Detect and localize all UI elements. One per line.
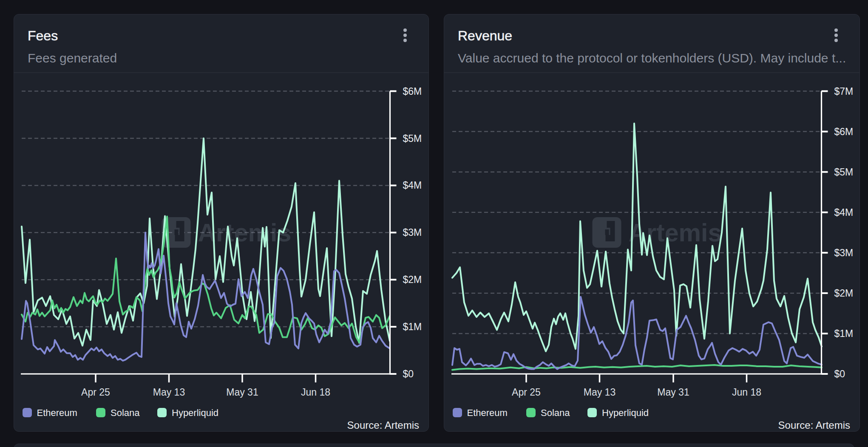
svg-text:$5M: $5M: [834, 167, 854, 178]
svg-text:$6M: $6M: [834, 126, 854, 137]
svg-text:May 13: May 13: [153, 387, 185, 398]
svg-text:$3M: $3M: [403, 227, 422, 238]
svg-text:$3M: $3M: [834, 247, 854, 258]
svg-text:Artemis: Artemis: [198, 219, 292, 247]
svg-text:May 31: May 31: [657, 387, 689, 398]
svg-text:$2M: $2M: [834, 288, 854, 299]
svg-text:$0: $0: [403, 368, 414, 379]
svg-text:$4M: $4M: [403, 180, 422, 191]
svg-text:Apr 25: Apr 25: [81, 387, 110, 398]
svg-text:Jun 18: Jun 18: [732, 387, 761, 398]
svg-text:$0: $0: [834, 368, 845, 379]
svg-text:$1M: $1M: [403, 321, 422, 332]
svg-text:$7M: $7M: [834, 86, 854, 97]
svg-text:$1M: $1M: [834, 328, 854, 339]
svg-text:$6M: $6M: [403, 86, 422, 97]
svg-text:$5M: $5M: [403, 133, 422, 144]
svg-text:$4M: $4M: [834, 207, 854, 218]
svg-text:May 31: May 31: [226, 387, 258, 398]
svg-text:Jun 18: Jun 18: [301, 387, 330, 398]
svg-text:$2M: $2M: [403, 274, 422, 285]
svg-text:May 13: May 13: [584, 387, 616, 398]
svg-text:Apr 25: Apr 25: [512, 387, 541, 398]
